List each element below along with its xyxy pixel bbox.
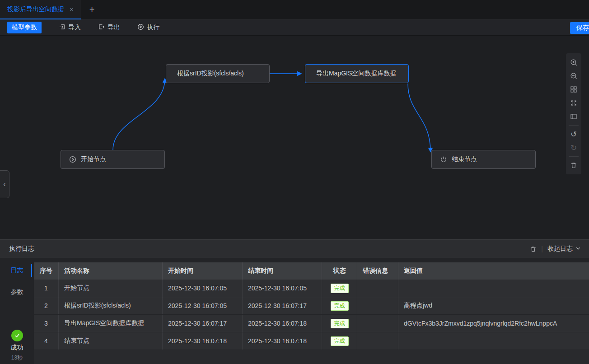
tab-workflow[interactable]: 投影后导出空间数据 ×: [0, 0, 81, 19]
run-button[interactable]: 执行: [137, 23, 159, 32]
table-row[interactable]: 3 导出MapGIS空间数据库数据 2025-12-30 16:07:17 20…: [34, 315, 589, 332]
cell-activity: 开始节点: [59, 280, 163, 297]
table-row[interactable]: 2 根据srID投影(sfcls/acls) 2025-12-30 16:07:…: [34, 297, 589, 315]
cell-end: 2025-12-30 16:07:18: [243, 332, 322, 350]
redo-icon[interactable]: ↻: [566, 141, 581, 154]
side-tab-params[interactable]: 参数: [0, 283, 34, 301]
cell-seq: 1: [34, 280, 59, 297]
cell-seq: 2: [34, 297, 59, 314]
add-tab-button[interactable]: +: [81, 0, 103, 19]
table-row[interactable]: 1 开始节点 2025-12-30 16:07:05 2025-12-30 16…: [34, 280, 589, 297]
chevron-left-icon: ‹: [3, 180, 5, 188]
collapse-log-label: 收起日志: [547, 245, 573, 253]
divider: |: [541, 245, 543, 252]
col-header-activity: 活动名称: [59, 262, 163, 280]
divider: [569, 156, 579, 157]
cell-end: 2025-12-30 16:07:05: [243, 280, 322, 297]
cell-start: 2025-12-30 16:07:18: [163, 332, 243, 350]
run-label: 执行: [147, 23, 159, 32]
zoom-out-icon[interactable]: [566, 69, 581, 83]
execution-log-panel: 执行日志 | 收起日志 日志 参数: [0, 239, 589, 364]
log-body: 日志 参数 成功 13秒 序号 活动名称 开始时间: [0, 258, 589, 364]
status-badge: 完成: [331, 319, 349, 328]
tab-label: 投影后导出空间数据: [7, 5, 64, 14]
canvas-tool-strip: ↺ ↻: [566, 53, 581, 174]
node-export[interactable]: 导出MapGIS空间数据库数据: [305, 64, 409, 83]
play-circle-icon: [69, 156, 76, 163]
table-header-row: 序号 活动名称 开始时间 结束时间 状态 错误信息 返回值: [34, 262, 589, 280]
node-export-label: 导出MapGIS空间数据库数据: [316, 70, 396, 78]
cell-status: 完成: [322, 297, 357, 314]
export-label: 导出: [108, 23, 120, 32]
left-panel-collapse-button[interactable]: ‹: [0, 170, 9, 198]
chevron-down-icon: [575, 245, 581, 252]
table-row[interactable]: 4 结束节点 2025-12-30 16:07:18 2025-12-30 16…: [34, 332, 589, 350]
cell-status: 完成: [322, 332, 357, 350]
cell-result: [398, 280, 589, 297]
node-end-label: 结束节点: [452, 155, 477, 163]
table-empty-area: [34, 350, 589, 364]
export-button[interactable]: 导出: [98, 23, 120, 32]
run-duration: 13秒: [11, 354, 23, 362]
col-header-error: 错误信息: [357, 262, 398, 280]
log-header-controls: | 收起日志: [530, 245, 581, 253]
fit-screen-icon[interactable]: [566, 96, 581, 110]
run-result-status: 成功 13秒: [0, 330, 34, 362]
clear-log-icon[interactable]: [530, 246, 537, 252]
col-header-start: 开始时间: [163, 262, 243, 280]
cell-activity: 结束节点: [59, 332, 163, 350]
success-check-icon: [11, 330, 23, 341]
edge-start-to-project: [113, 79, 165, 150]
col-header-status: 状态: [322, 262, 357, 280]
import-button[interactable]: 导入: [59, 23, 81, 32]
node-start[interactable]: 开始节点: [61, 150, 165, 169]
col-header-result: 返回值: [398, 262, 589, 280]
cell-seq: 4: [34, 332, 59, 350]
cell-activity: 根据srID投影(sfcls/acls): [59, 297, 163, 314]
import-label: 导入: [68, 23, 81, 32]
log-title: 执行日志: [9, 245, 34, 253]
col-header-end: 结束时间: [243, 262, 322, 280]
cell-end: 2025-12-30 16:07:17: [243, 297, 322, 314]
workflow-canvas[interactable]: 根据srID投影(sfcls/acls) 导出MapGIS空间数据库数据 开始节…: [0, 36, 589, 239]
status-badge: 完成: [331, 284, 349, 293]
side-tab-params-label: 参数: [11, 288, 23, 296]
tab-bar: 投影后导出空间数据 × +: [0, 0, 589, 20]
side-tab-log[interactable]: 日志: [0, 261, 34, 280]
workflow-designer-app: 投影后导出空间数据 × + 模型参数 导入 导出 执行 保存: [0, 0, 589, 364]
delete-icon[interactable]: [566, 159, 581, 172]
cell-start: 2025-12-30 16:07:05: [163, 280, 243, 297]
cell-start: 2025-12-30 16:07:05: [163, 297, 243, 314]
layout-panel-icon[interactable]: [566, 110, 581, 123]
divider: [569, 125, 579, 126]
node-project-label: 根据srID投影(sfcls/acls): [177, 70, 244, 78]
cell-error: [357, 315, 398, 332]
node-end[interactable]: 结束节点: [431, 150, 536, 169]
side-tab-log-label: 日志: [11, 266, 23, 275]
node-start-label: 开始节点: [81, 155, 106, 163]
collapse-log-button[interactable]: 收起日志: [547, 245, 581, 253]
run-status-text: 成功: [11, 344, 23, 352]
cell-error: [357, 332, 398, 350]
cell-status: 完成: [322, 315, 357, 332]
model-params-button[interactable]: 模型参数: [7, 22, 42, 33]
tab-close-icon[interactable]: ×: [69, 5, 75, 14]
cell-error: [357, 280, 398, 297]
cell-activity: 导出MapGIS空间数据库数据: [59, 315, 163, 332]
grid-view-icon[interactable]: [566, 83, 581, 96]
workflow-edges: [0, 36, 589, 239]
undo-icon[interactable]: ↺: [566, 127, 581, 141]
cell-end: 2025-12-30 16:07:18: [243, 315, 322, 332]
cell-result: [398, 332, 589, 350]
cell-start: 2025-12-30 16:07:17: [163, 315, 243, 332]
cell-error: [357, 297, 398, 314]
zoom-in-icon[interactable]: [566, 56, 581, 69]
main-toolbar: 模型参数 导入 导出 执行 保存: [0, 20, 589, 36]
status-badge: 完成: [331, 336, 349, 346]
save-button[interactable]: 保存: [570, 22, 589, 34]
node-project[interactable]: 根据srID投影(sfcls/acls): [166, 64, 270, 83]
log-side-nav: 日志 参数 成功 13秒: [0, 258, 34, 364]
play-circle-icon: [137, 23, 144, 32]
cell-status: 完成: [322, 280, 357, 297]
log-header: 执行日志 | 收起日志: [0, 240, 589, 258]
